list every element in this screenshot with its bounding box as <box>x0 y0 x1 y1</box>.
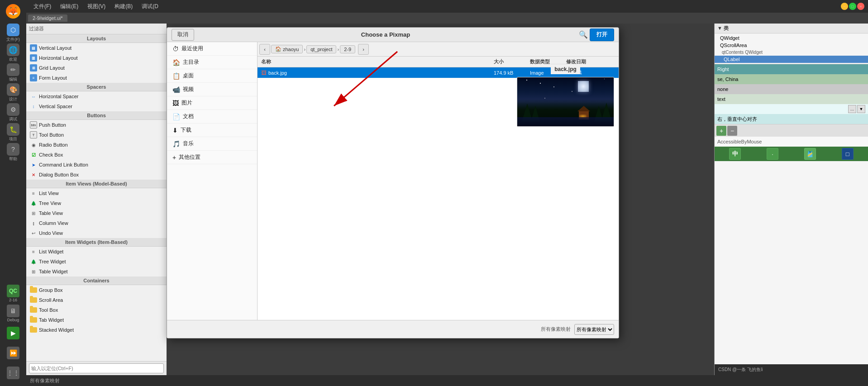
h-spacer-icon: ↔ <box>30 93 37 100</box>
dialog-nav: ⏱ 最近使用 🏠 主目录 📋 桌面 📹 视频 <box>167 42 258 320</box>
star-2 <box>540 83 541 84</box>
filter-input[interactable] <box>29 363 164 373</box>
properties-panel: ▼ 类 QWidget QScrollArea qtContents QWidg… <box>714 24 868 375</box>
tree-widget-icon: 🌲 <box>30 258 37 265</box>
file-type-icon: 🖼 <box>261 70 267 76</box>
tab-widget-ui[interactable]: 2-9/widget.ui* <box>28 14 67 22</box>
search-button[interactable]: 🔍 <box>577 29 590 41</box>
minimize-button[interactable]: − <box>841 3 848 10</box>
open-button[interactable]: 打开 <box>590 29 614 41</box>
class-qwidget[interactable]: QWidget <box>715 34 868 42</box>
widget-tree-view[interactable]: 🌲 Tree View <box>26 198 167 208</box>
widget-tree-widget[interactable]: 🌲 Tree Widget <box>26 257 167 267</box>
menu-file[interactable]: 文件(F) <box>30 2 55 11</box>
class-tree: QWidget QScrollArea qtContents QWidget Q… <box>715 33 868 64</box>
menu-view[interactable]: 视图(V) <box>84 2 109 11</box>
widget-panel: 过滤器 Layouts ▤ Vertical Layout ▥ Horizont… <box>26 24 167 375</box>
prop-add-buttons: + − <box>715 124 868 137</box>
menu-bar: 文件(F) 编辑(E) 视图(V) 构建(B) 调试(D − □ × <box>26 0 868 13</box>
nav-downloads[interactable]: ⬇ 下载 <box>167 124 257 137</box>
app-icon-apps[interactable]: ⋮⋮ <box>4 363 23 382</box>
prop-ellipsis-btn[interactable]: … <box>848 105 856 113</box>
app-icon-1-label: 文件(F) <box>6 37 20 43</box>
window-controls: − □ × <box>841 3 864 10</box>
widget-tab-widget[interactable]: Tab Widget <box>26 315 167 325</box>
widget-stacked-widget[interactable]: Stacked Widget <box>26 325 167 335</box>
widget-group-box[interactable]: Group Box <box>26 285 167 295</box>
nav-other[interactable]: + 其他位置 <box>167 151 257 164</box>
action-btn-4[interactable]: □ <box>842 148 854 160</box>
action-btn-3[interactable]: 🎽 <box>804 148 816 160</box>
nav-desktop[interactable]: 📋 桌面 <box>167 69 257 83</box>
widget-tool-box[interactable]: Tool Box <box>26 305 167 315</box>
widget-vertical-layout[interactable]: ▤ Vertical Layout <box>26 43 167 53</box>
app-icon-2[interactable]: 🌐 欢迎 <box>4 43 23 62</box>
table-view-icon: ⊞ <box>30 210 37 217</box>
widget-check-box[interactable]: ☑ Check Box <box>26 150 167 160</box>
widget-form-layout[interactable]: ≡ Form Layout <box>26 73 167 83</box>
prop-expand-btn[interactable]: ▼ <box>857 105 865 113</box>
cancel-button[interactable]: 取消 <box>172 29 194 41</box>
add-prop-btn[interactable]: + <box>716 126 726 136</box>
status-bar: 所有像素映射 <box>26 375 868 386</box>
action-btn-2[interactable]: · <box>767 148 778 160</box>
remove-prop-btn[interactable]: − <box>727 126 737 136</box>
section-buttons: Buttons <box>26 111 167 120</box>
class-qlabel[interactable]: QLabel <box>715 56 868 63</box>
nav-home[interactable]: 🏠 主目录 <box>167 56 257 69</box>
maximize-button[interactable]: □ <box>849 3 856 10</box>
close-button[interactable]: × <box>857 3 864 10</box>
home-breadcrumb-icon: 🏠 <box>275 46 281 52</box>
app-icon-qc[interactable]: QC 2-16 <box>4 284 23 303</box>
widget-h-spacer[interactable]: ↔ Horizontal Spacer <box>26 91 167 101</box>
menu-debug[interactable]: 调试(D <box>138 2 162 11</box>
widget-grid-layout[interactable]: ⊞ Grid Layout <box>26 63 167 73</box>
class-qt-contents[interactable]: qtContents QWidget <box>715 49 868 56</box>
action-btn-1[interactable]: 中 <box>729 148 741 160</box>
app-icon-5[interactable]: ⚙ 调试 <box>4 103 23 122</box>
widget-list-view[interactable]: ≡ List View <box>26 188 167 198</box>
widget-v-spacer[interactable]: ↕ Vertical Spacer <box>26 101 167 111</box>
nav-music[interactable]: 🎵 音乐 <box>167 137 257 151</box>
breadcrumb-zhaoyu[interactable]: 🏠 zhaoyu <box>271 45 303 53</box>
widget-dialog-btn-box[interactable]: ✕ Dialog Button Box <box>26 170 167 180</box>
prop-row-se-china: se, China <box>715 74 868 84</box>
breadcrumb-qt-project[interactable]: qt_project <box>306 45 336 53</box>
nav-pictures[interactable]: 🖼 图片 <box>167 96 257 110</box>
forward-button[interactable]: › <box>358 44 369 55</box>
widget-horizontal-layout[interactable]: ▥ Horizontal Layout <box>26 53 167 63</box>
app-icon-debug[interactable]: 🐛 项目 <box>4 123 23 142</box>
app-icon-help[interactable]: ? 帮助 <box>4 143 23 162</box>
widget-scroll-area[interactable]: Scroll Area <box>26 295 167 305</box>
widget-table-view[interactable]: ⊞ Table View <box>26 208 167 218</box>
widget-tool-button[interactable]: T Tool Button <box>26 130 167 140</box>
app-icon-run2[interactable]: ⏩ <box>4 343 23 362</box>
section-item-views: Item Views (Model-Based) <box>26 180 167 188</box>
menu-edit[interactable]: 编辑(E) <box>57 2 82 11</box>
firefox-icon[interactable]: 🦊 <box>4 2 23 21</box>
widget-undo-view[interactable]: ↩ Undo View <box>26 228 167 238</box>
widget-column-view[interactable]: ⫿ Column View <box>26 218 167 228</box>
app-icon-edit[interactable]: ✏ 编辑 <box>4 63 23 82</box>
breadcrumb-2-9[interactable]: 2-9 <box>340 45 355 53</box>
pixel-map-select[interactable]: 所有像素映射 <box>574 324 614 335</box>
app-icon-design[interactable]: 🎨 设计 <box>4 83 23 102</box>
app-icon-1[interactable]: ⬡ 文件(F) <box>4 24 23 43</box>
desktop-icon: 📋 <box>172 72 180 80</box>
widget-push-button[interactable]: btn Push Button <box>26 120 167 130</box>
back-button[interactable]: ‹ <box>259 44 270 55</box>
menu-build[interactable]: 构建(B) <box>111 2 136 11</box>
widget-command-link[interactable]: ➤ Command Link Button <box>26 160 167 170</box>
recent-icon: ⏱ <box>172 45 179 52</box>
class-qscrollarea[interactable]: QScrollArea <box>715 42 868 49</box>
widget-radio-button[interactable]: ◉ Radio Button <box>26 140 167 150</box>
nav-recent[interactable]: ⏱ 最近使用 <box>167 42 257 56</box>
app-icon-debug2[interactable]: 🖥 Debug <box>4 304 23 323</box>
widget-list-widget[interactable]: ≡ List Widget <box>26 247 167 257</box>
preview-container: back.jpg <box>517 64 614 127</box>
nav-video[interactable]: 📹 视频 <box>167 83 257 96</box>
tool-button-icon: T <box>30 131 37 138</box>
nav-docs[interactable]: 📄 文档 <box>167 110 257 124</box>
app-icon-run[interactable]: ▶ <box>4 324 23 343</box>
widget-table-widget[interactable]: ⊞ Table Widget <box>26 267 167 276</box>
